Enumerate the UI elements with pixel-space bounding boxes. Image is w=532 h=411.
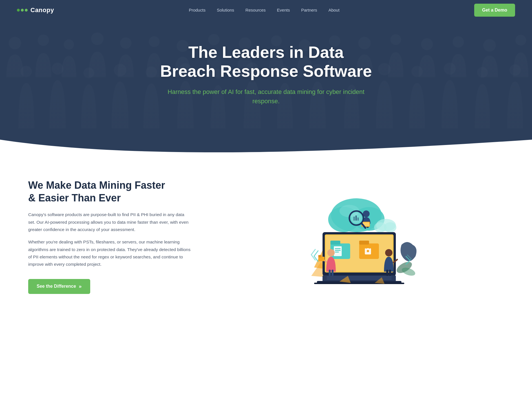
hero-section: The Leaders in Data Breach Response Soft…	[0, 20, 532, 140]
svg-rect-70	[327, 276, 392, 278]
svg-rect-64	[335, 252, 339, 252]
wave-separator	[0, 140, 532, 157]
main-illustration	[214, 188, 504, 284]
svg-rect-78	[329, 270, 331, 276]
svg-rect-62	[335, 248, 341, 249]
svg-point-44	[384, 222, 396, 232]
logo-dots	[17, 9, 28, 12]
svg-point-74	[327, 249, 335, 256]
svg-rect-73	[314, 283, 404, 284]
get-demo-button[interactable]: Get a Demo	[474, 4, 515, 17]
main-text-content: We Make Data Mining Faster & Easier Than…	[28, 179, 192, 294]
svg-point-68	[367, 250, 369, 252]
hero-subtitle: Harness the power of AI for fast, accura…	[167, 87, 365, 106]
svg-rect-63	[335, 250, 341, 251]
svg-point-80	[385, 249, 392, 256]
svg-rect-60	[330, 241, 340, 245]
svg-rect-66	[359, 241, 369, 245]
logo-text: Canopy	[30, 6, 54, 14]
nav-item-products[interactable]: Products	[189, 8, 206, 12]
nav-item-events[interactable]: Events	[277, 8, 290, 12]
see-difference-button[interactable]: See the Difference »	[28, 279, 90, 294]
svg-rect-76	[318, 257, 325, 261]
svg-rect-55	[357, 217, 359, 221]
nav-item-solutions[interactable]: Solutions	[217, 8, 234, 12]
svg-rect-53	[354, 217, 355, 221]
svg-rect-79	[332, 270, 334, 276]
svg-rect-61	[334, 246, 342, 256]
hero-title: The Leaders in Data Breach Response Soft…	[6, 43, 526, 80]
svg-rect-54	[356, 216, 357, 221]
svg-rect-83	[389, 270, 391, 276]
main-section-title: We Make Data Mining Faster & Easier Than…	[28, 179, 192, 204]
svg-rect-82	[386, 270, 388, 276]
logo-dot-1	[17, 9, 20, 12]
main-paragraph-1: Canopy's software products are purpose-b…	[28, 211, 192, 233]
nav-links: Products Solutions Resources Events Part…	[189, 8, 339, 13]
nav-item-partners[interactable]: Partners	[301, 8, 317, 12]
svg-rect-77	[318, 255, 322, 257]
nav-item-resources[interactable]: Resources	[246, 8, 266, 12]
logo-link[interactable]: Canopy	[17, 6, 54, 14]
see-difference-arrow: »	[79, 283, 82, 289]
navigation: Canopy Products Solutions Resources Even…	[0, 0, 532, 20]
main-paragraph-2: Whether you're dealing with PSTs, filesh…	[28, 238, 192, 268]
nav-item-about[interactable]: About	[328, 8, 339, 12]
logo-dot-2	[21, 9, 24, 12]
hero-content: The Leaders in Data Breach Response Soft…	[6, 43, 526, 106]
main-section: We Make Data Mining Faster & Easier Than…	[0, 156, 532, 316]
see-difference-label: See the Difference	[37, 284, 76, 289]
logo-dot-3	[25, 9, 28, 12]
